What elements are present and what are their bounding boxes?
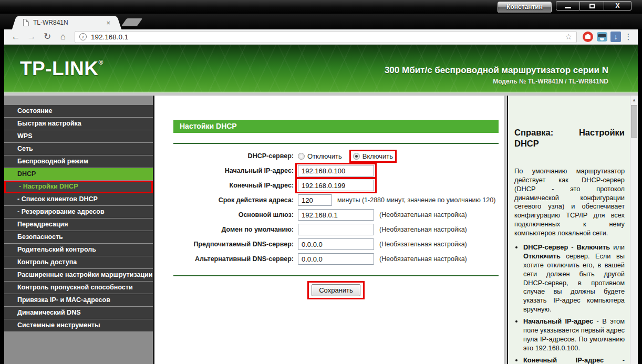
lease-time-input[interactable] bbox=[298, 194, 332, 206]
gateway-input[interactable] bbox=[298, 209, 374, 221]
sidebar-item[interactable]: - Настройки DHCP bbox=[4, 181, 153, 193]
tab-close-icon[interactable]: × bbox=[105, 19, 111, 27]
help-bullet: Начальный IP-адрес - В этом поле указыва… bbox=[523, 317, 625, 353]
sidebar-item[interactable]: - Резервирование адресов bbox=[4, 206, 153, 219]
tplink-header: TP-LINK® 300 Мбит/с беспроводной маршрут… bbox=[4, 45, 638, 92]
save-button[interactable]: Сохранить bbox=[312, 284, 360, 296]
help-bullet-list: DHCP-сервер - Включить или Отключить сер… bbox=[514, 243, 625, 364]
back-icon[interactable]: ← bbox=[9, 30, 22, 43]
sidebar-item[interactable]: Состояние bbox=[4, 105, 153, 118]
form-row-dhcp-server: DHCP-сервер: Отключить Включить bbox=[173, 149, 499, 163]
form-row-dns2: Альтернативный DNS-сервер: (Необязательн… bbox=[173, 252, 499, 266]
main-content: Настойки DHCP DHCP-сервер: Отключить Вкл… bbox=[154, 96, 504, 364]
sidebar-item[interactable]: Быстрая настройка bbox=[4, 118, 153, 130]
router-tagline: 300 Мбит/с беспроводной маршрутизатор се… bbox=[385, 65, 608, 76]
sidebar-item[interactable]: DHCP bbox=[4, 168, 153, 181]
field-label: Срок действия адреса: bbox=[173, 196, 298, 204]
router-admin-page: TP-LINK® 300 Мбит/с беспроводной маршрут… bbox=[4, 45, 638, 364]
radio-disable-label[interactable]: Отключить bbox=[307, 152, 342, 160]
optional-note: (Необязательная настройка) bbox=[379, 255, 467, 263]
browser-menu-icon[interactable]: ⋮ bbox=[624, 32, 633, 41]
help-intro: По умолчанию маршрутизатор действует как… bbox=[514, 167, 625, 238]
field-label: DHCP-сервер: bbox=[173, 152, 298, 160]
start-ip-input[interactable] bbox=[298, 165, 374, 176]
sidebar-item[interactable]: WPS bbox=[4, 130, 153, 143]
adblock-extension-icon[interactable] bbox=[582, 32, 593, 43]
radio-disable[interactable] bbox=[298, 153, 305, 160]
proxy-mask-extension-icon[interactable] bbox=[596, 32, 607, 43]
browser-toolbar: ← → ↻ ⌂ i 192.168.0.1 ☆ ↓ ⋮ bbox=[4, 29, 638, 45]
home-icon[interactable]: ⌂ bbox=[57, 30, 69, 43]
domain-input[interactable] bbox=[298, 224, 374, 235]
sidebar-item[interactable]: Системные инструменты bbox=[4, 319, 153, 332]
address-bar[interactable]: i 192.168.0.1 ☆ bbox=[75, 31, 577, 43]
browser-tab[interactable]: TL-WR841N × bbox=[18, 16, 116, 29]
form-row-dns1: Предпочитаемый DNS-сервер: (Необязательн… bbox=[173, 237, 499, 252]
sidebar-item[interactable]: Родительский контроль bbox=[4, 244, 153, 256]
sidebar-item[interactable]: - Список клиентов DHCP bbox=[4, 193, 153, 206]
sidebar-item[interactable]: Беспроводной режим bbox=[4, 155, 153, 168]
field-label: Предпочитаемый DNS-сервер: bbox=[173, 241, 298, 248]
sidebar-item[interactable]: Переадресация bbox=[4, 219, 153, 231]
download-helper-extension-icon[interactable]: ↓ bbox=[610, 32, 621, 42]
page-title: Настойки DHCP bbox=[173, 120, 499, 133]
form-row-lease: Срок действия адреса: минуты (1-2880 мин… bbox=[173, 193, 499, 207]
rule-bottom bbox=[173, 275, 499, 276]
window-titlebar: Константин X bbox=[0, 0, 642, 14]
sidebar-item[interactable]: Безопасность bbox=[4, 231, 153, 244]
field-label: Основной шлюз: bbox=[173, 211, 298, 219]
sidebar-item[interactable]: Контроль пропускной способности bbox=[4, 282, 153, 294]
minimize-button[interactable] bbox=[556, 1, 580, 11]
maximize-button[interactable] bbox=[580, 1, 604, 11]
sidebar-item[interactable]: Динамический DNS bbox=[4, 307, 153, 319]
tab-title: TL-WR841N bbox=[33, 19, 105, 26]
optional-note: (Необязательная настройка) bbox=[379, 226, 467, 233]
help-bullet: DHCP-сервер - Включить или Отключить сер… bbox=[523, 243, 625, 314]
optional-note: (Необязательная настройка) bbox=[379, 241, 467, 248]
form-row-gateway: Основной шлюз: (Необязательная настройка… bbox=[173, 207, 499, 222]
sidebar-menu: СостояниеБыстрая настройкаWPSСетьБеспров… bbox=[4, 96, 153, 364]
form-row-end-ip: Конечный IP-адрес: bbox=[173, 178, 499, 193]
forward-icon[interactable]: → bbox=[25, 30, 38, 43]
field-label: Конечный IP-адрес: bbox=[173, 182, 298, 189]
minimize-icon bbox=[565, 7, 571, 8]
annotation-box-start-ip bbox=[295, 163, 377, 179]
scrollbar-thumb[interactable] bbox=[631, 105, 637, 138]
new-tab-button[interactable] bbox=[121, 18, 143, 26]
help-title: Справка: Настройки DHCP bbox=[514, 127, 625, 160]
close-icon: X bbox=[615, 3, 619, 9]
help-scrollbar[interactable]: ▲ bbox=[630, 96, 638, 364]
rule-top bbox=[173, 143, 499, 144]
end-ip-input[interactable] bbox=[298, 180, 374, 191]
field-label: Альтернативный DNS-сервер: bbox=[173, 255, 298, 263]
tplink-logo: TP-LINK® bbox=[4, 58, 103, 80]
annotation-box-enable: Включить bbox=[349, 150, 397, 163]
site-info-icon[interactable]: i bbox=[79, 33, 87, 40]
bookmark-star-icon[interactable]: ☆ bbox=[565, 32, 572, 41]
page-favicon-icon bbox=[23, 19, 29, 26]
help-bullet: Конечный IP-адрес - Последний адрес пула… bbox=[523, 356, 625, 364]
help-panel: Справка: Настройки DHCP По умолчанию мар… bbox=[508, 96, 630, 364]
field-label: Домен по умолчанию: bbox=[173, 226, 298, 233]
url-text[interactable]: 192.168.0.1 bbox=[91, 33, 561, 41]
sidebar-item[interactable]: Привязка IP- и MAC-адресов bbox=[4, 294, 153, 307]
browser-profile-button[interactable]: Константин bbox=[498, 2, 552, 13]
reload-icon[interactable]: ↻ bbox=[41, 30, 54, 43]
optional-note: (Необязательная настройка) bbox=[379, 211, 467, 219]
registered-mark: ® bbox=[98, 59, 103, 66]
annotation-box-end-ip bbox=[295, 178, 377, 193]
lease-note: минуты (1-2880 минут, значение по умолча… bbox=[337, 196, 495, 204]
form-row-domain: Домен по умолчанию: (Необязательная наст… bbox=[173, 222, 499, 237]
sidebar-item[interactable]: Контроль доступа bbox=[4, 256, 153, 269]
sidebar-item[interactable]: Расширенные настройки маршрутизации bbox=[4, 269, 153, 282]
sidebar-item[interactable]: Сеть bbox=[4, 143, 153, 155]
router-model: Модель № TL-WR841N / TL-WR841ND bbox=[385, 78, 608, 85]
scroll-up-icon[interactable]: ▲ bbox=[630, 97, 638, 104]
maximize-icon bbox=[589, 4, 595, 8]
close-button[interactable]: X bbox=[604, 1, 631, 11]
radio-enable[interactable] bbox=[353, 153, 360, 160]
primary-dns-input[interactable] bbox=[298, 238, 374, 250]
tab-strip: TL-WR841N × bbox=[0, 14, 642, 29]
secondary-dns-input[interactable] bbox=[298, 253, 374, 265]
radio-enable-label[interactable]: Включить bbox=[363, 152, 393, 160]
